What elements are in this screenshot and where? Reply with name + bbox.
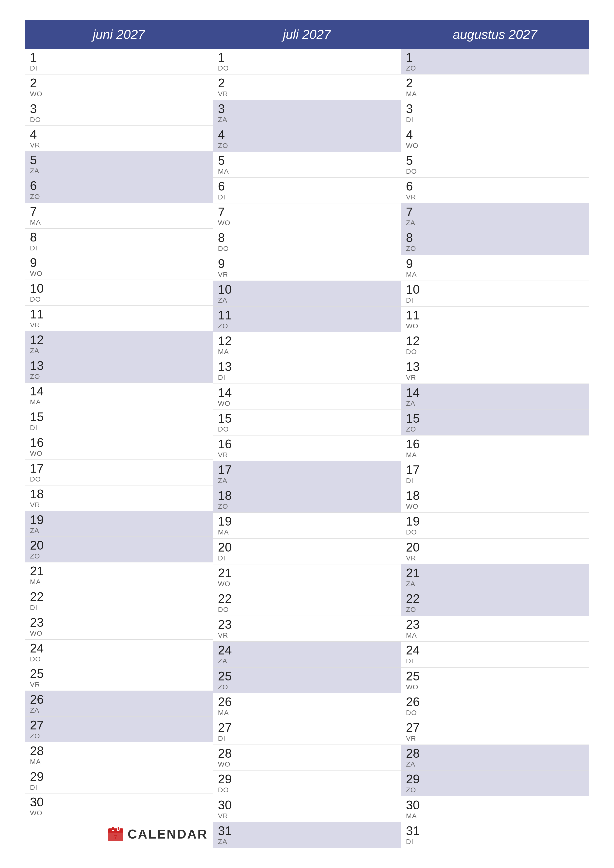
day-abbr: VR xyxy=(406,735,584,742)
day-number: 20 xyxy=(218,541,396,554)
day-row: 18VR xyxy=(25,485,213,511)
day-abbr: MA xyxy=(406,631,584,639)
day-number: 6 xyxy=(406,180,584,193)
month-column-2: augustus 20271ZO2MA3DI4WO5DO6VR7ZA8ZO9MA… xyxy=(401,20,589,848)
day-abbr: WO xyxy=(30,629,208,637)
day-abbr: ZO xyxy=(406,425,584,433)
day-row: 3DO xyxy=(25,100,213,126)
day-number: 15 xyxy=(406,412,584,425)
day-number: 28 xyxy=(406,747,584,760)
day-row: 8DO xyxy=(213,229,401,255)
day-abbr: VR xyxy=(218,812,396,820)
day-abbr: WO xyxy=(30,90,208,98)
day-number: 22 xyxy=(218,592,396,606)
day-row: 14MA xyxy=(25,383,213,409)
day-number: 30 xyxy=(406,798,584,812)
day-number: 21 xyxy=(218,566,396,580)
day-number: 30 xyxy=(218,798,396,812)
day-number: 23 xyxy=(406,618,584,631)
day-row: 20ZO xyxy=(25,537,213,563)
day-row: 24ZA xyxy=(213,642,401,667)
day-number: 12 xyxy=(218,334,396,348)
day-abbr: ZA xyxy=(406,219,584,227)
day-number: 16 xyxy=(218,437,396,451)
day-abbr: DI xyxy=(406,838,584,846)
day-row: 1DI xyxy=(25,49,213,74)
day-number: 3 xyxy=(218,102,396,116)
day-abbr: DO xyxy=(406,709,584,717)
day-number: 5 xyxy=(30,153,208,167)
day-number: 7 xyxy=(218,205,396,219)
day-row: 31DI xyxy=(401,822,589,848)
day-abbr: DI xyxy=(406,477,584,485)
day-abbr: ZO xyxy=(406,64,584,72)
days-container-0: 1DI2WO3DO4VR5ZA6ZO7MA8DI9WO10DO11VR12ZA1… xyxy=(25,49,213,848)
day-abbr: WO xyxy=(218,400,396,408)
day-row: 19MA xyxy=(213,513,401,538)
day-abbr: DI xyxy=(218,374,396,381)
day-row: 12ZA xyxy=(25,331,213,357)
day-abbr: DO xyxy=(406,348,584,356)
day-abbr: VR xyxy=(406,193,584,201)
day-row: 20DI xyxy=(213,539,401,564)
day-number: 10 xyxy=(406,283,584,296)
day-row: 23MA xyxy=(401,616,589,642)
day-row: 24DI xyxy=(401,642,589,667)
day-number: 23 xyxy=(30,616,208,629)
day-row: 21MA xyxy=(25,563,213,588)
day-abbr: DO xyxy=(218,606,396,614)
calendar-grid: juni 20271DI2WO3DO4VR5ZA6ZO7MA8DI9WO10DO… xyxy=(25,20,589,848)
day-abbr: DI xyxy=(218,735,396,742)
day-number: 13 xyxy=(30,359,208,373)
day-abbr: ZA xyxy=(406,580,584,588)
day-abbr: VR xyxy=(30,141,208,149)
day-number: 7 xyxy=(30,205,208,219)
day-row: 18WO xyxy=(401,487,589,513)
day-row: 29DO xyxy=(213,770,401,796)
logo-area: 7 CALENDAR xyxy=(30,825,208,843)
day-abbr: WO xyxy=(406,142,584,150)
day-number: 14 xyxy=(30,384,208,398)
day-number: 4 xyxy=(406,128,584,142)
day-number: 21 xyxy=(30,564,208,578)
day-number: 6 xyxy=(218,180,396,193)
day-abbr: VR xyxy=(218,90,396,98)
day-row: 26MA xyxy=(213,693,401,719)
day-row: 4ZO xyxy=(213,126,401,152)
day-number: 25 xyxy=(218,670,396,683)
day-abbr: DO xyxy=(218,786,396,794)
day-number: 9 xyxy=(30,256,208,270)
day-number: 2 xyxy=(406,76,584,90)
day-number: 30 xyxy=(30,795,208,809)
days-container-1: 1DO2VR3ZA4ZO5MA6DI7WO8DO9VR10ZA11ZO12MA1… xyxy=(213,49,401,848)
day-row: 9WO xyxy=(25,254,213,280)
day-row: 6ZO xyxy=(25,177,213,203)
day-number: 11 xyxy=(406,308,584,322)
day-abbr: WO xyxy=(406,683,584,691)
day-abbr: ZA xyxy=(218,116,396,124)
day-abbr: DO xyxy=(406,528,584,536)
calendar-logo-icon: 7 xyxy=(107,825,124,843)
day-row: 23WO xyxy=(25,614,213,640)
day-number: 4 xyxy=(30,128,208,141)
day-abbr: DO xyxy=(30,475,208,483)
day-abbr: ZO xyxy=(30,732,208,740)
day-abbr: DI xyxy=(30,784,208,792)
day-number: 10 xyxy=(30,282,208,295)
day-abbr: MA xyxy=(218,709,396,717)
day-row: 6DI xyxy=(213,178,401,203)
day-abbr: ZO xyxy=(218,322,396,330)
day-row: 11ZO xyxy=(213,307,401,332)
day-row: 17ZA xyxy=(213,461,401,487)
day-abbr: DI xyxy=(218,554,396,562)
day-number: 27 xyxy=(406,721,584,735)
day-abbr: ZA xyxy=(218,296,396,304)
day-number: 21 xyxy=(406,566,584,580)
day-number: 26 xyxy=(218,695,396,709)
day-row: 8DI xyxy=(25,229,213,254)
month-header-0: juni 2027 xyxy=(25,20,213,49)
day-abbr: VR xyxy=(406,374,584,381)
day-number: 22 xyxy=(406,592,584,606)
day-abbr: MA xyxy=(218,167,396,175)
day-row: 6VR xyxy=(401,178,589,203)
